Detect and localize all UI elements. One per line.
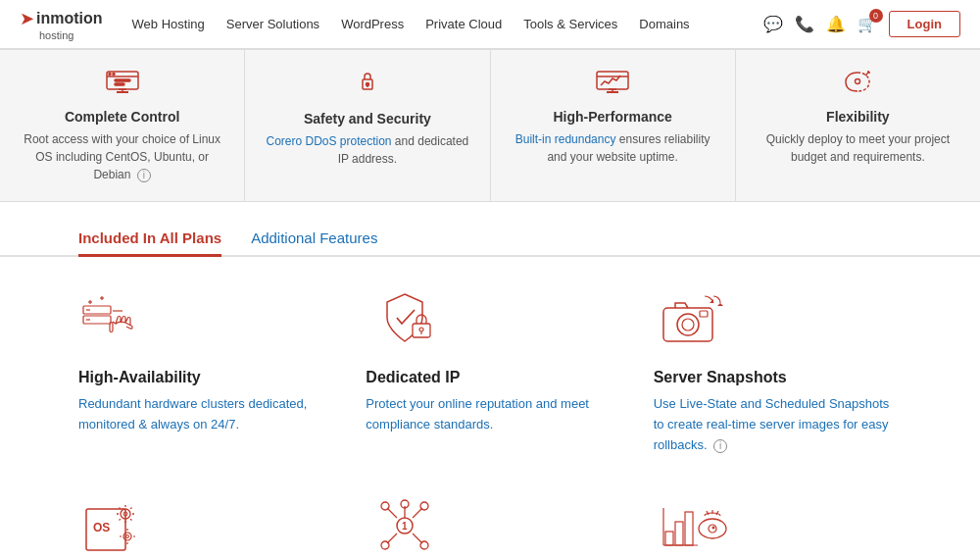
logo-subtext: hosting	[39, 29, 74, 41]
nav-private-cloud[interactable]: Private Cloud	[425, 17, 502, 31]
svg-point-67	[420, 541, 428, 549]
complete-control-icon	[20, 68, 224, 101]
cart-badge: 0	[869, 9, 883, 23]
svg-marker-37	[717, 303, 723, 306]
tabs-bar: Included In All Plans Additional Feature…	[0, 222, 980, 257]
svg-rect-70	[685, 512, 693, 545]
svg-point-50	[123, 533, 131, 540]
feature-high-availability: High-Availability Redundant hardware clu…	[78, 286, 326, 455]
safety-desc: Corero DDoS protection and dedicated IP …	[265, 132, 469, 168]
svg-line-66	[413, 534, 422, 543]
svg-point-17	[856, 79, 860, 84]
server-snapshots-name: Server Snapshots	[654, 369, 902, 386]
svg-point-34	[682, 319, 694, 330]
svg-rect-68	[665, 532, 673, 545]
svg-point-2	[109, 74, 111, 76]
login-button[interactable]: Login	[889, 11, 960, 37]
nav-web-hosting[interactable]: Web Hosting	[132, 17, 205, 31]
feat-card-safety: Safety and Security Corero DDoS protecti…	[245, 50, 490, 201]
flexibility-title: Flexibility	[756, 109, 960, 125]
svg-rect-12	[597, 72, 628, 89]
dedicated-ip-icon	[366, 286, 444, 355]
feat-card-complete-control: Complete Control Root access with your c…	[0, 50, 245, 201]
nav-domains[interactable]: Domains	[639, 17, 689, 31]
feature-choose-os: OS	[78, 494, 326, 559]
dedicated-ip-name: Dedicated IP	[366, 369, 613, 386]
dedicated-ip-desc: Protect your online reputation and meet …	[366, 394, 613, 435]
svg-point-59	[381, 502, 389, 510]
svg-point-63	[420, 502, 428, 510]
high-availability-desc: Redundant hardware clusters dedicated, m…	[78, 394, 326, 435]
svg-text:OS: OS	[93, 521, 110, 534]
chat-icon[interactable]: 💬	[763, 15, 783, 33]
server-snapshots-desc: Use Live-State and Scheduled Snapshots t…	[654, 394, 902, 455]
performance-icon	[511, 68, 715, 101]
svg-line-48	[120, 519, 121, 520]
svg-point-75	[711, 527, 714, 530]
feat-card-performance: High-Performance Built-in redundancy ens…	[491, 50, 736, 201]
svg-point-51	[126, 535, 129, 538]
nav-icon-group: 💬 📞 🔔 🛒 0 Login	[763, 11, 960, 37]
built-in-redundancy-text: Built-in redundancy	[515, 132, 616, 146]
tab-included-all-plans[interactable]: Included In All Plans	[78, 222, 221, 257]
svg-rect-29	[413, 324, 430, 337]
high-availability-highlight: Redundant hardware clusters dedicated, m…	[78, 396, 307, 432]
features-grid: High-Availability Redundant hardware clu…	[78, 286, 902, 559]
complete-control-title: Complete Control	[20, 109, 224, 125]
svg-line-49	[130, 508, 131, 509]
nav-links: Web Hosting Server Solutions WordPress P…	[132, 17, 763, 31]
high-availability-icon	[78, 286, 157, 355]
nav-wordpress[interactable]: WordPress	[341, 17, 404, 31]
logo[interactable]: ➤ inmotion hosting	[20, 8, 103, 41]
complete-control-info-icon[interactable]: i	[137, 169, 151, 182]
feature-top-tier-network: 1 Top-Tier 1 Network Enterprise-grade fi…	[366, 494, 613, 559]
safety-icon	[265, 68, 469, 103]
high-availability-name: High-Availability	[78, 369, 326, 386]
main-content: High-Availability Redundant hardware clu…	[0, 257, 980, 559]
svg-point-33	[677, 314, 699, 335]
logo-arrow-icon: ➤	[20, 8, 34, 29]
flexibility-icon	[756, 68, 960, 101]
svg-line-58	[387, 508, 397, 518]
svg-rect-35	[700, 311, 708, 317]
svg-point-65	[381, 541, 389, 549]
corero-link[interactable]: Corero DDoS protection	[266, 134, 391, 148]
svg-point-10	[366, 83, 368, 86]
feature-dedicated-ip: Dedicated IP Protect your online reputat…	[366, 286, 613, 455]
svg-rect-32	[663, 308, 712, 341]
phone-icon[interactable]: 📞	[795, 15, 814, 33]
features-bar: Complete Control Root access with your c…	[0, 49, 980, 202]
navigation: ➤ inmotion hosting Web Hosting Server So…	[0, 0, 980, 49]
safety-title: Safety and Security	[265, 111, 469, 127]
feature-resource-monitoring: Resource Monitoring Dashboard A visual b…	[654, 494, 902, 559]
tab-additional-features[interactable]: Additional Features	[251, 222, 377, 257]
dedicated-ip-highlight: Protect your online reputation and meet …	[366, 396, 589, 432]
svg-rect-4	[115, 79, 130, 81]
feat-card-flexibility: Flexibility Quickly deploy to meet your …	[736, 50, 980, 201]
svg-line-47	[130, 519, 131, 520]
svg-point-3	[113, 74, 115, 76]
top-tier-network-icon: 1	[366, 494, 444, 559]
svg-text:1: 1	[402, 521, 408, 532]
server-snapshots-icon	[654, 286, 732, 355]
complete-control-desc: Root access with your choice of Linux OS…	[20, 130, 224, 183]
nav-tools-services[interactable]: Tools & Services	[523, 17, 617, 31]
cart-icon[interactable]: 🛒 0	[858, 15, 877, 33]
server-snapshots-highlight: Use Live-State and Scheduled Snapshots t…	[654, 396, 890, 452]
svg-line-62	[413, 508, 422, 518]
alert-icon[interactable]: 🔔	[826, 15, 846, 33]
svg-rect-69	[675, 522, 683, 545]
logo-text: inmotion	[36, 10, 103, 27]
feature-server-snapshots: Server Snapshots Use Live-State and Sche…	[654, 286, 902, 455]
nav-server-solutions[interactable]: Server Solutions	[226, 17, 319, 31]
svg-rect-5	[115, 83, 124, 85]
performance-desc: Built-in redundancy ensures reliability …	[511, 130, 715, 166]
flexibility-desc: Quickly deploy to meet your project budg…	[756, 130, 960, 166]
resource-monitoring-icon	[654, 494, 732, 559]
choose-os-icon: OS	[78, 494, 157, 559]
svg-line-64	[387, 534, 397, 543]
server-snapshots-info-icon[interactable]: i	[713, 439, 727, 453]
performance-title: High-Performance	[511, 109, 715, 125]
